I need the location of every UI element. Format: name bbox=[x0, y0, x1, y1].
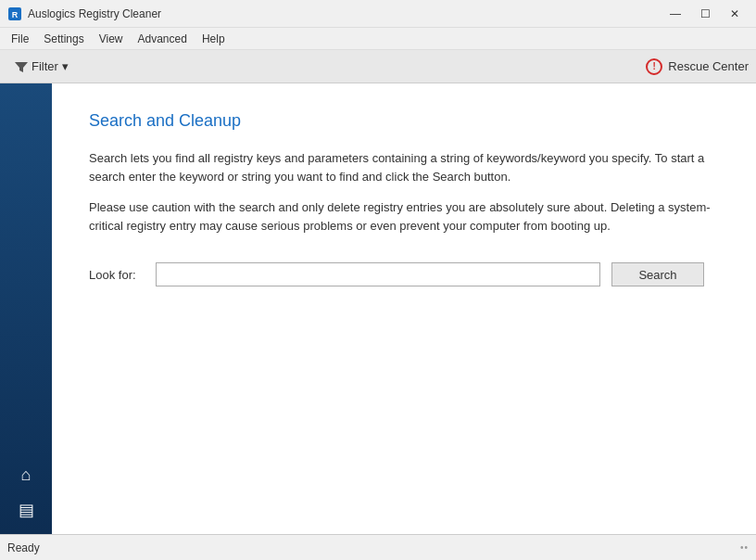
search-row: Look for: Search bbox=[89, 262, 719, 286]
menu-view[interactable]: View bbox=[92, 31, 131, 47]
toolbar: Filter ▾ ! Rescue Center bbox=[0, 50, 756, 83]
window-title: Auslogics Registry Cleaner bbox=[28, 7, 662, 20]
close-button[interactable]: ✕ bbox=[721, 3, 749, 25]
status-dots: •• bbox=[740, 542, 749, 553]
description-text-1: Search lets you find all registry keys a… bbox=[89, 149, 719, 185]
sidebar-list-icon[interactable]: ▤ bbox=[11, 495, 41, 525]
search-input[interactable] bbox=[156, 262, 600, 286]
rescue-center-label: Rescue Center bbox=[668, 59, 749, 73]
search-button[interactable]: Search bbox=[611, 262, 704, 286]
title-bar: R Auslogics Registry Cleaner — ☐ ✕ bbox=[0, 0, 756, 28]
menu-advanced[interactable]: Advanced bbox=[131, 31, 195, 47]
menu-settings[interactable]: Settings bbox=[36, 31, 91, 47]
menu-file[interactable]: File bbox=[4, 31, 36, 47]
page-title: Search and Cleanup bbox=[89, 111, 719, 131]
window-controls: — ☐ ✕ bbox=[662, 3, 749, 25]
filter-dropdown-icon: ▾ bbox=[62, 59, 69, 73]
filter-label: Filter bbox=[32, 59, 58, 73]
status-ready: Ready bbox=[7, 541, 40, 554]
content-area: Search and Cleanup Search lets you find … bbox=[52, 83, 756, 534]
warning-text: Please use caution with the search and o… bbox=[89, 198, 719, 235]
filter-icon bbox=[15, 60, 28, 73]
filter-button[interactable]: Filter ▾ bbox=[7, 56, 76, 77]
main-layout: ⌂ ▤ Search and Cleanup Search lets you f… bbox=[0, 83, 756, 534]
status-bar: Ready •• bbox=[0, 534, 756, 560]
maximize-button[interactable]: ☐ bbox=[691, 3, 719, 25]
minimize-button[interactable]: — bbox=[662, 3, 689, 25]
sidebar: ⌂ ▤ bbox=[0, 83, 52, 534]
sidebar-bottom: ⌂ ▤ bbox=[11, 460, 41, 525]
sidebar-home-icon[interactable]: ⌂ bbox=[11, 460, 41, 490]
look-for-label: Look for: bbox=[89, 268, 145, 282]
menu-bar: File Settings View Advanced Help bbox=[0, 28, 756, 50]
app-icon: R bbox=[7, 6, 22, 21]
svg-text:R: R bbox=[12, 10, 19, 19]
rescue-center-button[interactable]: ! Rescue Center bbox=[646, 58, 749, 75]
menu-help[interactable]: Help bbox=[195, 31, 233, 47]
rescue-center-icon: ! bbox=[646, 58, 662, 75]
svg-marker-2 bbox=[15, 62, 28, 72]
